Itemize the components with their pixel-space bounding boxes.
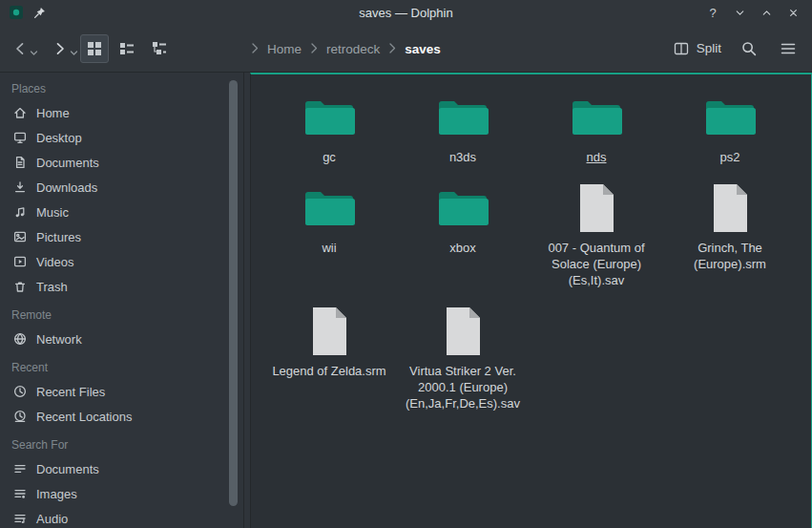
- sidebar-item-label: Documents: [36, 156, 99, 170]
- sidebar-item-recent-files[interactable]: Recent Files: [0, 379, 243, 404]
- sidebar-item-recent-locations[interactable]: Recent Locations: [0, 404, 243, 429]
- tree-view-button[interactable]: [145, 34, 174, 63]
- chevron-right-icon: [310, 43, 318, 54]
- file-item[interactable]: Virtua Striker 2 Ver. 2000.1 (Europe) (E…: [396, 304, 530, 412]
- details-view-button[interactable]: [113, 34, 141, 63]
- item-label: gc: [323, 149, 336, 165]
- file-item[interactable]: 007 - Quantum of Solace (Europe) (Es,It)…: [530, 180, 663, 288]
- app-icon: [9, 5, 24, 20]
- view-mode-group: [80, 34, 174, 63]
- titlebar-left: [9, 5, 47, 20]
- sidebar-item-label: Home: [36, 106, 70, 120]
- recent-files-icon: [12, 384, 28, 399]
- file-view[interactable]: gc n3ds nds: [250, 73, 812, 528]
- chevron-up-icon: [760, 7, 773, 19]
- close-button[interactable]: [782, 3, 803, 22]
- window-controls: ?: [702, 3, 803, 22]
- folder-item[interactable]: n3ds: [396, 90, 530, 165]
- folder-icon: [303, 188, 355, 228]
- pin-icon[interactable]: [32, 6, 47, 20]
- sidebar-item-label: Trash: [36, 280, 68, 294]
- titlebar: saves — Dolphin ?: [0, 0, 812, 25]
- sidebar-item-downloads[interactable]: Downloads: [0, 175, 243, 200]
- folder-icon: [303, 97, 355, 137]
- details-view-icon: [118, 40, 135, 57]
- network-icon: [12, 331, 28, 347]
- breadcrumb-item-home[interactable]: Home: [267, 41, 302, 55]
- arrow-forward-icon: [52, 40, 69, 57]
- sidebar-item-network[interactable]: Network: [0, 327, 243, 351]
- music-icon: [12, 204, 28, 220]
- sidebar-item-desktop[interactable]: Desktop: [0, 125, 243, 150]
- icons-view-icon: [86, 40, 103, 57]
- sidebar-scrollbar[interactable]: [229, 80, 238, 506]
- folder-item[interactable]: xbox: [396, 180, 530, 288]
- search-documents-icon: [12, 461, 28, 476]
- back-button[interactable]: [10, 38, 40, 59]
- menu-button[interactable]: [775, 35, 802, 62]
- sidebar-item-home[interactable]: Home: [0, 100, 243, 125]
- sidebar-item-label: Network: [36, 332, 82, 347]
- sidebar-item-videos[interactable]: Videos: [0, 249, 243, 274]
- file-item[interactable]: Grinch, The (Europe).srm: [663, 180, 797, 288]
- sidebar-item-label: Recent Locations: [36, 410, 132, 424]
- folder-icon: [437, 97, 489, 137]
- item-label: 007 - Quantum of Solace (Europe) (Es,It)…: [535, 240, 657, 288]
- section-title-places: Places: [0, 77, 243, 100]
- sidebar-item-label: Videos: [36, 255, 74, 269]
- search-audio-icon: [12, 511, 28, 526]
- folder-icon: [437, 188, 489, 228]
- item-label: Legend of Zelda.srm: [272, 363, 385, 379]
- window-title: saves — Dolphin: [0, 6, 812, 20]
- tree-view-icon: [151, 40, 168, 57]
- sidebar-item-search-documents[interactable]: Documents: [0, 456, 243, 481]
- icons-view-button[interactable]: [80, 34, 109, 63]
- icon-grid: gc n3ds nds: [262, 90, 811, 412]
- folder-item[interactable]: wii: [262, 180, 396, 288]
- desktop-icon: [12, 130, 28, 145]
- sidebar-item-label: Music: [36, 205, 69, 220]
- section-title-search-for: Search For: [0, 433, 243, 456]
- file-item[interactable]: Legend of Zelda.srm: [262, 304, 396, 412]
- arrow-back-icon: [11, 40, 29, 57]
- pictures-icon: [12, 229, 28, 244]
- file-icon: [575, 182, 617, 234]
- chevron-down-icon: [734, 7, 746, 19]
- search-button[interactable]: [736, 35, 762, 62]
- sidebar-item-label: Audio: [36, 512, 68, 526]
- breadcrumb: Home retrodeck saves: [251, 41, 441, 55]
- breadcrumb-item-retrodeck[interactable]: retrodeck: [326, 41, 380, 55]
- sidebar-item-pictures[interactable]: Pictures: [0, 224, 243, 249]
- item-label: Virtua Striker 2 Ver. 2000.1 (Europe) (E…: [402, 363, 524, 412]
- sidebar-item-music[interactable]: Music: [0, 200, 243, 224]
- chevron-down-icon: [70, 49, 78, 57]
- sidebar-item-trash[interactable]: Trash: [0, 274, 243, 299]
- sidebar-item-documents[interactable]: Documents: [0, 150, 243, 175]
- split-button-label: Split: [697, 41, 721, 55]
- toolbar-right-group: Split: [672, 35, 802, 62]
- sidebar-item-search-images[interactable]: Images: [0, 481, 243, 506]
- help-button[interactable]: ?: [702, 3, 723, 22]
- item-label: ps2: [720, 149, 740, 165]
- item-label: nds: [587, 149, 607, 165]
- sidebar-item-search-audio[interactable]: Audio: [0, 506, 243, 528]
- maximize-button[interactable]: [756, 3, 777, 22]
- search-icon: [740, 40, 758, 57]
- folder-item[interactable]: nds: [530, 90, 663, 165]
- documents-icon: [12, 155, 28, 170]
- forward-button[interactable]: [50, 38, 80, 59]
- minimize-button[interactable]: [729, 3, 750, 22]
- toolbar: Home retrodeck saves Split: [0, 25, 812, 73]
- folder-icon: [571, 97, 622, 137]
- item-label: n3ds: [449, 149, 476, 165]
- split-button[interactable]: Split: [672, 37, 723, 60]
- chevron-right-icon: [251, 43, 259, 54]
- folder-item[interactable]: gc: [262, 90, 396, 165]
- breadcrumb-item-saves[interactable]: saves: [405, 41, 441, 55]
- home-icon: [12, 105, 28, 120]
- folder-item[interactable]: ps2: [663, 90, 797, 165]
- file-icon: [442, 306, 484, 357]
- item-label: Grinch, The (Europe).srm: [669, 240, 791, 272]
- nav-group: [10, 38, 80, 59]
- chevron-down-icon: [30, 49, 38, 57]
